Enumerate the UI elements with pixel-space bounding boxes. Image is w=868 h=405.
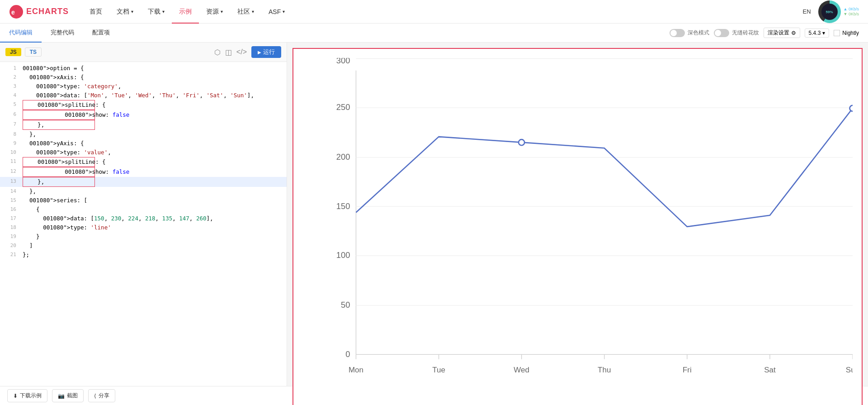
top-nav: e ECHARTS 首页 文档 ▾ 下载 ▾ 示例 资源 ▾ 社区 ▾ ASF … [0, 0, 868, 24]
gear-icon: ⚙ [791, 30, 796, 36]
line-content-2: 001080">xAxis: { [23, 73, 283, 82]
line-number-11: 11 [4, 157, 16, 166]
nav-items: 首页 文档 ▾ 下载 ▾ 示例 资源 ▾ 社区 ▾ ASF ▾ [82, 0, 802, 24]
line-number-5: 5 [4, 100, 16, 109]
ts-lang-button[interactable]: TS [25, 48, 42, 57]
code-line-8: 8 }, [0, 130, 287, 139]
code-line-17: 17 001080">data: [150, 230, 224, 218, 13… [0, 214, 287, 223]
nav-item-docs[interactable]: 文档 ▾ [109, 0, 141, 24]
line-content-3: 001080">type: 'category', [23, 82, 283, 91]
toolbar-icons: ⬡ ◫ </> ▶ 运行 [214, 46, 281, 58]
line-content-8: }, [23, 130, 283, 139]
data-point-sun [849, 105, 853, 111]
code-line-16: 16 { [0, 205, 287, 214]
logo-text: ECHARTS [26, 7, 69, 16]
line-number-10: 10 [4, 148, 16, 157]
chart-svg: 0 50 100 150 200 250 300 [321, 58, 853, 403]
run-button[interactable]: ▶ 运行 [251, 46, 281, 58]
tab-code-edit[interactable]: 代码编辑 [0, 24, 42, 43]
chevron-down-icon: ▾ [131, 9, 133, 14]
dark-mode-label: 深色模式 [688, 29, 709, 37]
share-button[interactable]: ⟨ 分享 [88, 389, 115, 402]
nightly-label: Nightly [842, 30, 859, 36]
code-line-6: 6 001080">show: false [0, 110, 287, 120]
seamless-toggle[interactable] [714, 29, 729, 37]
code-line-18: 18 001080">type: 'line' [0, 223, 287, 232]
chevron-down-icon: ▾ [162, 9, 165, 14]
nightly-checkbox[interactable] [834, 30, 840, 36]
sub-nav-right: 深色模式 无缝砖花纹 渲染设置 ⚙ 5.4.3 ▾ Nightly [670, 28, 868, 38]
code-panel: JS TS ⬡ ◫ </> ▶ 运行 1001080">option = {2 … [0, 43, 287, 386]
code-line-21: 21}; [0, 250, 287, 259]
tab-full-code[interactable]: 完整代码 [42, 24, 83, 43]
x-label-sun: Sun [846, 366, 853, 374]
nav-item-examples[interactable]: 示例 [172, 0, 199, 24]
chevron-down-icon: ▾ [283, 9, 285, 14]
line-content-5: 001080">splitLine: { [24, 101, 106, 108]
code-line-4: 4 001080">data: ['Mon', 'Tue', 'Wed', 'T… [0, 91, 287, 100]
line-number-18: 18 [4, 223, 16, 232]
nav-item-community[interactable]: 社区 ▾ [230, 0, 261, 24]
code-line-9: 9 001080">yAxis: { [0, 139, 287, 148]
download-button[interactable]: ⬇ 下载示例 [7, 389, 47, 402]
svg-text:50: 50 [341, 300, 350, 310]
play-icon: ▶ [258, 50, 261, 55]
x-label-thu: Thu [598, 366, 611, 374]
3d-box-icon[interactable]: ◫ [225, 48, 232, 57]
line-content-17: 001080">data: [150, 230, 224, 218, 135, … [23, 214, 283, 223]
perf-inner: 59% [821, 4, 838, 20]
x-label-fri: Fri [683, 366, 692, 374]
code-line-11: 11 001080">splitLine: { [0, 157, 287, 167]
code-line-1: 1001080">option = { [0, 64, 287, 73]
boxed-line-6: 001080">show: false [23, 110, 95, 120]
boxed-line-12: 001080">show: false [23, 167, 95, 177]
code-line-20: 20 ] [0, 241, 287, 250]
line-number-7: 7 [4, 120, 16, 129]
code-line-19: 19 } [0, 232, 287, 241]
line-number-9: 9 [4, 139, 16, 148]
line-content-10: 001080">type: 'value', [23, 148, 283, 157]
perf-circle: 59% [818, 0, 841, 23]
code-line-13: 13 }, [0, 177, 287, 187]
line-content-15: 001080">series: [ [23, 196, 283, 205]
dark-mode-toggle[interactable] [670, 29, 685, 37]
nav-item-resources[interactable]: 资源 ▾ [199, 0, 230, 24]
boxed-line-5: 001080">splitLine: { [23, 100, 95, 110]
code-icon[interactable]: </> [236, 48, 247, 56]
line-number-4: 4 [4, 91, 16, 100]
line-content-1: 001080">option = { [23, 64, 283, 73]
line-number-19: 19 [4, 232, 16, 241]
svg-text:0: 0 [345, 349, 350, 359]
upload-speed: ▲ 0Kb/s [844, 7, 859, 11]
data-point-wed [519, 139, 524, 145]
line-content-7: }, [24, 121, 44, 128]
code-toolbar: JS TS ⬡ ◫ </> ▶ 运行 [0, 43, 287, 62]
nav-item-home[interactable]: 首页 [82, 0, 109, 24]
seamless-label: 无缝砖花纹 [732, 29, 759, 37]
version-select[interactable]: 5.4.3 ▾ [805, 29, 830, 38]
chart-panel: 0 50 100 150 200 250 300 [287, 43, 868, 386]
x-label-mon: Mon [349, 366, 363, 374]
code-area[interactable]: 1001080">option = {2 001080">xAxis: {3 0… [0, 62, 287, 386]
screenshot-button[interactable]: 📷 截图 [52, 389, 84, 402]
nav-item-download[interactable]: 下载 ▾ [141, 0, 172, 24]
cube-icon[interactable]: ⬡ [214, 48, 221, 57]
language-toggle[interactable]: EN [803, 8, 811, 15]
camera-icon: 📷 [58, 393, 65, 399]
svg-text:300: 300 [336, 58, 350, 65]
nav-item-asf[interactable]: ASF ▾ [261, 0, 292, 24]
tab-config[interactable]: 配置项 [83, 24, 119, 43]
nightly-wrap: Nightly [834, 30, 859, 36]
line-content-9: 001080">yAxis: { [23, 139, 283, 148]
line-content-12: 001080">show: false [24, 168, 129, 175]
chart-line [356, 108, 853, 227]
js-lang-button[interactable]: JS [5, 48, 21, 56]
dark-mode-toggle-wrap: 深色模式 [670, 29, 709, 37]
line-number-6: 6 [4, 110, 16, 119]
boxed-line-13: }, [23, 177, 95, 187]
download-speed: ▼ 0Kb/s [844, 12, 859, 16]
logo[interactable]: e ECHARTS [9, 5, 69, 19]
code-line-12: 12 001080">show: false [0, 167, 287, 177]
render-settings-button[interactable]: 渲染设置 ⚙ [764, 28, 800, 38]
line-content-18: 001080">type: 'line' [23, 223, 283, 232]
